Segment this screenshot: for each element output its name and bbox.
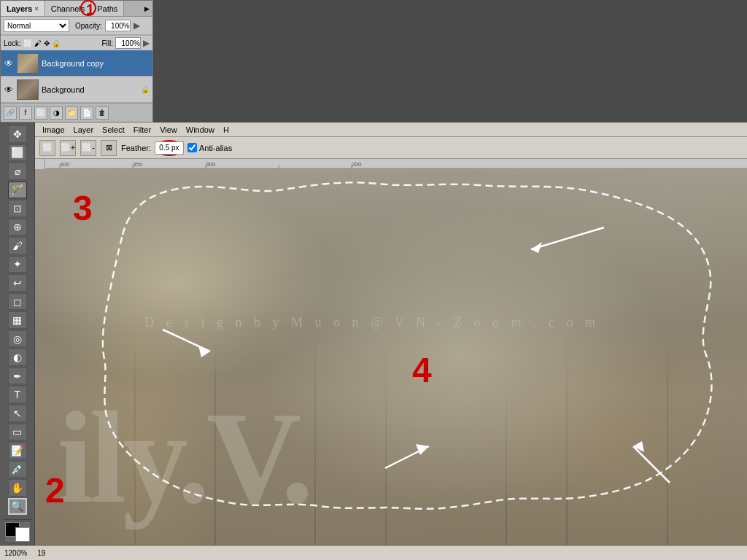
- watermark-text: D e s i g n b y M u o n @ V N - Z o o m …: [144, 315, 600, 330]
- tool-lasso[interactable]: ⌀: [8, 163, 27, 180]
- lock-paint-icon[interactable]: 🖌: [34, 39, 42, 47]
- layer-name-bg: Background: [42, 85, 138, 94]
- tool-gradient[interactable]: ▦: [8, 311, 27, 329]
- panel-expand-icon[interactable]: ▶: [144, 5, 150, 12]
- tool-history-brush[interactable]: ↩: [8, 274, 27, 292]
- blend-mode-select[interactable]: Normal: [4, 19, 69, 32]
- layer-eye-bg[interactable]: 👁: [4, 85, 14, 95]
- tool-brush[interactable]: 🖌: [8, 237, 27, 254]
- tab-layers-close[interactable]: ×: [34, 5, 38, 12]
- opacity-input[interactable]: [105, 20, 131, 31]
- fill-arrow[interactable]: ▶: [143, 38, 150, 48]
- tab-paths-label: Paths: [97, 4, 117, 13]
- annotation-4: 4: [412, 350, 432, 390]
- svg-text:350: 350: [133, 161, 143, 168]
- tool-blur[interactable]: ◎: [8, 330, 27, 348]
- svg-text:300: 300: [206, 161, 216, 168]
- lock-row: Lock: ⬜ 🖌 ✥ 🔒 Fill: ▶: [1, 35, 152, 50]
- foreground-background-colors[interactable]: [4, 521, 31, 542]
- tool-marquee[interactable]: ⬜: [8, 144, 27, 162]
- tool-stamp[interactable]: ✦: [8, 256, 27, 273]
- tab-layers-label: Layers: [7, 4, 32, 13]
- tool-zoom[interactable]: 🔍: [8, 498, 27, 516]
- menu-filter[interactable]: Filter: [129, 124, 155, 136]
- column-6: [507, 327, 566, 545]
- layer-item-bg-copy[interactable]: 👁 Background copy: [1, 50, 152, 77]
- column-8: [668, 327, 747, 545]
- annotation-3: 3: [73, 188, 93, 228]
- selection-mode-intersect[interactable]: ⊠: [101, 140, 117, 156]
- column-5: [387, 327, 506, 545]
- layer-styles-btn[interactable]: f: [19, 106, 32, 120]
- status-bar: 1200% 19: [0, 545, 747, 560]
- tool-pen[interactable]: ✒: [8, 368, 27, 385]
- feather-label: Feather:: [121, 144, 151, 152]
- column-7: [568, 327, 667, 545]
- lock-all-icon[interactable]: 🔒: [52, 39, 61, 47]
- menu-help[interactable]: H: [219, 124, 233, 136]
- tool-text[interactable]: T: [8, 386, 27, 403]
- menu-window[interactable]: Window: [182, 124, 219, 136]
- tool-healing[interactable]: ⊕: [8, 219, 27, 236]
- panel-tabs: Layers × Channels Paths ▶: [1, 1, 152, 17]
- anti-alias-label: Anti-alias: [199, 144, 232, 152]
- tool-path-select[interactable]: ↖: [8, 405, 27, 422]
- menu-select[interactable]: Select: [98, 124, 129, 136]
- tab-paths[interactable]: Paths: [91, 1, 124, 16]
- lock-position-icon[interactable]: ✥: [44, 39, 50, 47]
- selection-mode-subtract[interactable]: ⬜-: [80, 140, 96, 156]
- add-mask-btn[interactable]: ⬜: [34, 106, 47, 120]
- tool-crop[interactable]: ⊡: [8, 200, 27, 217]
- lock-transparent-icon[interactable]: ⬜: [23, 39, 32, 47]
- eye-icon-bg-copy: 👁: [4, 58, 13, 69]
- annotation-1: 1: [86, 1, 94, 18]
- layers-panel: Layers × Channels Paths ▶ Normal Opacity…: [0, 0, 153, 122]
- tool-move[interactable]: ✥: [8, 125, 27, 143]
- opacity-label: Opacity:: [75, 22, 102, 30]
- tool-hand[interactable]: ✋: [8, 479, 27, 497]
- layer-lock-icon: 🔒: [141, 85, 150, 94]
- group-btn[interactable]: 📁: [65, 106, 78, 120]
- new-layer-btn[interactable]: 📄: [80, 106, 93, 120]
- tool-eyedropper[interactable]: 💉: [8, 461, 27, 478]
- opacity-arrow[interactable]: ▶: [133, 20, 140, 31]
- blend-mode-row: Normal Opacity: ▶: [1, 17, 152, 35]
- tool-magic-wand[interactable]: 🪄: [8, 182, 27, 199]
- anti-alias-checkbox[interactable]: [187, 143, 197, 152]
- panel-bottom-bar: 🔗 f ⬜ ◑ 📁 📄 🗑: [1, 103, 152, 122]
- tool-eraser[interactable]: ◻: [8, 293, 27, 311]
- layer-item-bg[interactable]: 👁 Background 🔒: [1, 77, 152, 103]
- background-large-text: ily.V.: [57, 392, 310, 524]
- layer-name-bg-copy: Background copy: [42, 59, 150, 68]
- selection-mode-new[interactable]: ⬜: [39, 140, 55, 156]
- anti-alias-row: Anti-alias: [187, 143, 232, 152]
- menu-image[interactable]: Image: [38, 124, 69, 136]
- menu-view[interactable]: View: [155, 124, 182, 136]
- fill-label: Fill:: [101, 39, 113, 47]
- layer-thumb-bg: [17, 79, 39, 100]
- link-layers-btn[interactable]: 🔗: [4, 106, 17, 120]
- column-4: [316, 327, 385, 545]
- feather-circle-annotation: [155, 140, 183, 156]
- tab-layers[interactable]: Layers ×: [1, 1, 45, 16]
- selection-mode-add[interactable]: ⬜+: [60, 140, 76, 156]
- menu-layer[interactable]: Layer: [69, 124, 98, 136]
- ruler-horizontal: 400 350 300 200: [45, 159, 747, 169]
- lock-label: Lock:: [4, 39, 21, 47]
- canvas-area: ily.V. D e s i g n b y M u o n @ V N - Z…: [35, 169, 747, 545]
- feather-input[interactable]: [155, 141, 184, 155]
- document-info: 19: [37, 549, 45, 557]
- tool-shape[interactable]: ▭: [8, 424, 27, 441]
- tool-dodge[interactable]: ◐: [8, 349, 27, 366]
- delete-layer-btn[interactable]: 🗑: [96, 106, 109, 120]
- background-color[interactable]: [15, 527, 30, 542]
- fill-input[interactable]: [115, 37, 141, 49]
- layer-eye-bg-copy[interactable]: 👁: [4, 58, 14, 69]
- zoom-level: 1200%: [4, 549, 27, 557]
- menu-bar: Image Layer Select Filter View Window H: [35, 122, 747, 137]
- adjustment-btn[interactable]: ◑: [50, 106, 63, 120]
- options-bar: ⬜ ⬜+ ⬜- ⊠ Feather: Anti-alias: [35, 137, 747, 159]
- svg-text:200: 200: [352, 161, 362, 168]
- svg-text:400: 400: [60, 161, 70, 168]
- tool-notes[interactable]: 📝: [8, 442, 27, 459]
